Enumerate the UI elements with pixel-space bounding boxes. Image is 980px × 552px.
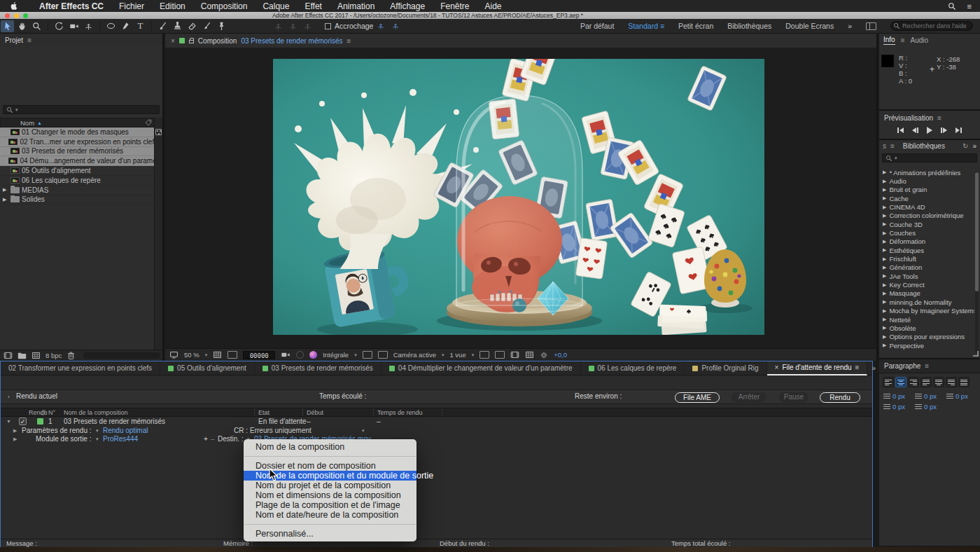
region-of-interest-icon[interactable] xyxy=(363,351,372,359)
workspace-tab[interactable]: Par défaut xyxy=(580,22,614,30)
effect-category[interactable]: ▶ Masquage xyxy=(879,289,974,298)
view-layout-value[interactable]: 1 vue xyxy=(449,351,465,359)
workspace-overflow-icon[interactable]: » xyxy=(848,22,852,30)
snap-option-1-icon[interactable] xyxy=(374,20,387,32)
effect-category[interactable]: ▶ Génération xyxy=(879,263,974,272)
twirl-icon[interactable]: ▶ xyxy=(883,170,886,175)
render-button[interactable]: Rendu xyxy=(820,392,860,403)
effect-category[interactable]: ▶ Couche 3D xyxy=(879,220,974,228)
context-menu-item[interactable]: Plage de la composition et de l'image xyxy=(244,500,416,510)
selection-tool[interactable] xyxy=(1,20,14,32)
twirl-icon[interactable]: ▼ xyxy=(6,419,11,424)
twirl-icon[interactable]: ▶ xyxy=(883,334,886,340)
camera-view-value[interactable]: Caméra active xyxy=(393,351,436,359)
menu-item[interactable]: Aide xyxy=(485,1,502,11)
snapshot-icon[interactable] xyxy=(281,350,290,359)
twirl-icon[interactable]: ▶ xyxy=(13,436,17,442)
panel-scroll-strip[interactable] xyxy=(83,352,160,359)
pan-behind-tool[interactable] xyxy=(82,20,95,32)
go-to-start-button[interactable] xyxy=(897,126,904,134)
workspace-tab[interactable]: Double Ecrans xyxy=(785,22,834,30)
align-center-button[interactable] xyxy=(895,377,906,387)
justify-all-button[interactable] xyxy=(958,377,969,387)
world-axis-mode-icon[interactable] xyxy=(286,20,300,32)
panel-tab[interactable]: × 04 Démultiplier le changement de valeu… xyxy=(382,361,581,375)
context-menu-item[interactable]: Nom du projet et de la composition xyxy=(244,481,416,490)
effect-category[interactable]: ▶ Frischluft xyxy=(879,254,974,263)
dropdown-icon[interactable]: ▾ xyxy=(362,428,365,434)
project-item[interactable]: ▶ Solides xyxy=(0,195,155,205)
twirl-icon[interactable]: ▶ xyxy=(883,299,886,305)
hand-tool[interactable] xyxy=(15,20,29,32)
rotation-tool[interactable] xyxy=(52,20,66,32)
color-label-icon[interactable] xyxy=(40,410,46,416)
always-preview-icon[interactable] xyxy=(169,350,178,359)
render-settings-value[interactable]: Rendu optimal xyxy=(103,427,148,434)
panel-overflow-icon[interactable]: » xyxy=(972,142,976,150)
play-button[interactable] xyxy=(927,126,932,134)
space-before-field[interactable]: 0 px xyxy=(883,403,905,410)
context-menu-item[interactable]: Personnalisé... xyxy=(244,529,416,539)
effect-category[interactable]: ▶ * Animations prédéfinies xyxy=(879,168,974,177)
twirl-icon[interactable]: ▶ xyxy=(883,187,886,193)
menu-item[interactable]: Edition xyxy=(160,1,186,11)
output-module-value[interactable]: ProRes444 xyxy=(103,435,138,443)
workspace-grid-icon[interactable] xyxy=(866,22,876,30)
timeline-icon[interactable] xyxy=(510,350,519,359)
panel-tab[interactable]: × 02 Transformer une expression en point… xyxy=(1,361,160,375)
column-header[interactable]: Début xyxy=(307,409,323,416)
resolution-value[interactable]: Intégrale xyxy=(323,351,349,359)
twirl-icon[interactable]: ▶ xyxy=(883,247,886,253)
panel-menu-icon[interactable]: ≡ xyxy=(925,362,929,370)
eraser-tool[interactable] xyxy=(186,20,199,32)
effect-category[interactable]: ▶ Audio xyxy=(879,177,974,185)
view-layout-dropdown-icon[interactable]: ▾ xyxy=(472,352,475,358)
roto-brush-tool[interactable] xyxy=(200,20,214,32)
snap-option-2-icon[interactable] xyxy=(388,20,402,32)
align-left-button[interactable] xyxy=(883,377,894,387)
column-header[interactable]: Temps de rendu xyxy=(377,409,423,416)
pixel-aspect-correction-icon[interactable] xyxy=(479,351,489,359)
effect-category[interactable]: ▶ Perspective xyxy=(879,341,974,350)
apple-icon[interactable] xyxy=(10,1,18,11)
effects-search-input[interactable]: ▾ xyxy=(882,153,977,163)
bit-depth-label[interactable]: 8 bpc xyxy=(46,352,62,359)
tab-effects-fragment[interactable]: s xyxy=(883,142,886,150)
current-time-field[interactable]: 00000 xyxy=(243,351,275,359)
panel-tab[interactable]: × File d'attente de rendu ≡ xyxy=(767,361,868,375)
shape-tool[interactable] xyxy=(104,20,118,32)
twirl-icon[interactable]: ▶ xyxy=(883,213,886,219)
new-composition-icon[interactable] xyxy=(31,351,41,360)
help-search-input[interactable] xyxy=(890,21,973,31)
project-item[interactable]: ▶ 04 Dému...angement de valeur d'un para… xyxy=(0,156,155,166)
twirl-icon[interactable]: ▶ xyxy=(13,428,17,434)
menu-item[interactable]: Fenêtre xyxy=(440,1,469,11)
menu-item[interactable]: After Effects CC xyxy=(39,1,104,11)
brush-tool[interactable] xyxy=(156,20,169,32)
composition-name[interactable]: 03 Presets de render mémorisés xyxy=(241,37,342,45)
effect-category[interactable]: ▶ CINEMA 4D xyxy=(879,202,974,211)
panel-menu-icon[interactable]: ≡ xyxy=(901,36,905,44)
type-tool[interactable]: T xyxy=(134,20,147,32)
interpret-footage-icon[interactable] xyxy=(4,351,13,360)
menu-item[interactable]: Effet xyxy=(304,1,321,11)
log-dropdown[interactable]: Erreurs uniquement xyxy=(250,427,312,434)
close-tab-icon[interactable]: × xyxy=(775,364,779,371)
column-header[interactable]: N° xyxy=(48,409,55,416)
panel-menu-icon[interactable]: ≡ xyxy=(937,114,941,122)
dropdown-icon[interactable]: ▾ xyxy=(96,428,99,434)
effect-category[interactable]: ▶ Obsolète xyxy=(879,324,974,332)
effect-category[interactable]: ▶ Mocha by Imagineer Systems xyxy=(879,307,974,315)
menu-item[interactable]: Fichier xyxy=(119,1,144,11)
panel-menu-icon[interactable]: ≡ xyxy=(347,37,351,45)
align-right-button[interactable] xyxy=(908,377,919,387)
twirl-icon[interactable]: ▶ xyxy=(883,205,886,210)
color-management-icon[interactable] xyxy=(309,351,317,359)
ame-queue-button[interactable]: File AME xyxy=(675,392,720,403)
previous-frame-button[interactable] xyxy=(912,126,918,134)
effect-category[interactable]: ▶ Déformation xyxy=(879,237,974,246)
panel-tab[interactable]: × Profile Orginal Rig ≡ xyxy=(685,361,766,375)
twirl-icon[interactable]: ▶ xyxy=(883,343,886,348)
camera-tool[interactable] xyxy=(67,20,80,32)
puppet-pin-tool[interactable] xyxy=(215,20,228,32)
